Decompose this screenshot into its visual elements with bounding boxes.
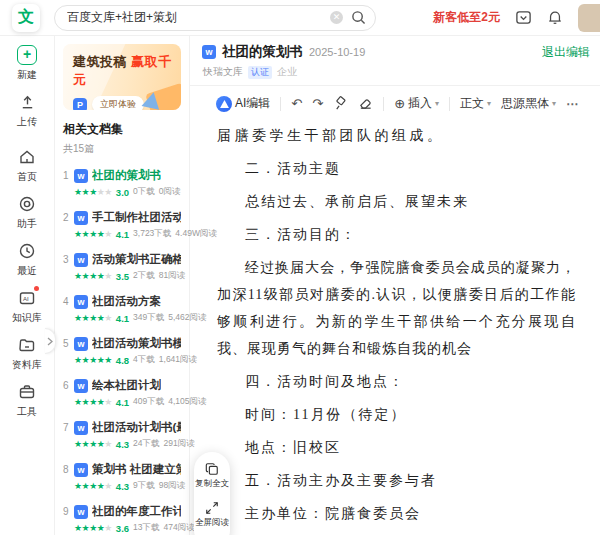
doc-list-item[interactable]: 2 w 手工制作社团活动计… ★★★★★ 4.1 3,723下载 4.49W阅读 [63, 210, 181, 240]
star-rating: ★★★★★ [74, 355, 112, 365]
folder-icon [18, 334, 36, 356]
sidebar-item-recent[interactable]: 最近 [0, 240, 54, 278]
knowledge-base-icon: AI [18, 287, 36, 309]
search-icon[interactable] [351, 10, 366, 25]
doc-file-icon: w [74, 253, 88, 267]
rating-value: 4.3 [116, 481, 129, 492]
doc-title[interactable]: 社团活动计划书(最… [92, 420, 181, 435]
sidebar-item-upload[interactable]: 上传 [0, 91, 54, 129]
doc-title[interactable]: 社团的策划书 [92, 168, 161, 183]
doc-list-item[interactable]: 1 w 社团的策划书 ★★★★★ 3.0 0下载 0阅读 [63, 168, 181, 198]
doc-title[interactable]: 社团活动策划书模板 [92, 336, 181, 351]
chevron-down-icon: ▾ [552, 99, 556, 108]
fullscreen-icon [205, 501, 219, 515]
doc-line: 届膳委学生干部团队的组成。 [217, 122, 576, 149]
doc-title[interactable]: 活动策划书正确格式 [92, 252, 181, 267]
reads: 98阅读 [159, 480, 185, 492]
doc-list-item[interactable]: 9 w 社团的年度工作计划… ★★★★★ 3.6 13下载 474阅读 [63, 504, 181, 534]
doc-list-item[interactable]: 7 w 社团活动计划书(最… ★★★★★ 4.3 24下载 291阅读 [63, 420, 181, 450]
exit-edit-button[interactable]: 退出编辑 [542, 44, 590, 61]
search-input[interactable] [67, 11, 330, 25]
sidebar-item-new[interactable]: + 新建 [0, 44, 54, 82]
fullscreen-read-button[interactable]: 全屏阅读 [195, 501, 229, 529]
clock-icon [18, 240, 36, 262]
copy-full-text-button[interactable]: 复制全文 [195, 462, 229, 490]
doc-list-item[interactable]: 3 w 活动策划书正确格式 ★★★★★ 3.5 2下载 81阅读 [63, 252, 181, 282]
top-bar: 文 ✕ 新客低至2元 [0, 0, 600, 36]
chevron-down-icon: ▾ [487, 99, 491, 108]
star-rating: ★★★★★ [74, 439, 112, 449]
document-title: 社团的策划书 [222, 43, 303, 61]
doc-list-item[interactable]: 4 w 社团活动方案 ★★★★★ 4.1 349下载 5,462阅读 [63, 294, 181, 324]
more-tools-button[interactable]: ⋯ [566, 97, 579, 111]
rating-value: 4.1 [116, 397, 129, 408]
downloads: 409下载 [133, 396, 164, 408]
font-dropdown[interactable]: 思源黑体 ▾ [501, 95, 556, 112]
svg-text:AI: AI [23, 296, 29, 302]
wenku-logo[interactable]: 文 [12, 4, 40, 32]
banner-cta-button[interactable]: 立即体验 [92, 96, 144, 110]
inbox-icon[interactable] [515, 9, 532, 26]
doc-title[interactable]: 绘本社团计划 [92, 378, 161, 393]
format-painter-icon[interactable] [333, 96, 348, 111]
doc-rank: 9 [63, 506, 70, 517]
paragraph-style-dropdown[interactable]: 正文 ▾ [460, 95, 491, 112]
undo-icon[interactable]: ↶ [291, 97, 302, 110]
related-docs-title: 相关文档集 [63, 121, 181, 138]
assistant-icon [18, 193, 36, 215]
floating-actions: 复制全文 全屏阅读 [194, 452, 230, 535]
doc-list-item[interactable]: 8 w 策划书 社团建立策… ★★★★★ 4.3 9下载 98阅读 [63, 462, 181, 492]
doc-rank: 5 [63, 338, 70, 349]
star-rating: ★★★★★ [74, 397, 112, 407]
sidebar-item-home[interactable]: 首页 [0, 146, 54, 184]
doc-heading: 二．活动主题 [217, 155, 576, 182]
briefcase-icon [18, 381, 36, 403]
clear-search-icon[interactable]: ✕ [330, 11, 343, 24]
rating-value: 3.0 [116, 187, 129, 198]
doc-list-item[interactable]: 6 w 绘本社团计划 ★★★★★ 4.1 409下载 4,105阅读 [63, 378, 181, 408]
doc-title[interactable]: 社团的年度工作计划… [92, 504, 181, 519]
promo-banner[interactable]: 建筑投稿 赢取千元 P 立即体验 [63, 44, 181, 110]
copy-icon [205, 462, 219, 476]
search-bar[interactable]: ✕ [54, 5, 376, 31]
star-rating: ★★★★★ [74, 313, 112, 323]
redo-icon[interactable]: ↷ [312, 97, 323, 110]
rating-value: 4.3 [116, 439, 129, 450]
doc-title[interactable]: 手工制作社团活动计… [92, 210, 181, 225]
banner-illustration-2 [142, 90, 163, 109]
rating-value: 4.1 [116, 229, 129, 240]
doc-file-icon: w [74, 421, 88, 435]
user-avatar[interactable] [578, 4, 600, 32]
rating-value: 3.5 [116, 271, 129, 282]
rating-value: 4.8 [116, 355, 129, 366]
downloads: 13下载 [133, 522, 159, 534]
org-type: 企业 [277, 65, 297, 79]
downloads: 9下载 [133, 480, 155, 492]
downloads: 3,723下载 [133, 228, 171, 240]
sidebar-item-tools[interactable]: 工具 [0, 381, 54, 419]
doc-rank: 4 [63, 296, 70, 307]
downloads: 349下载 [133, 312, 164, 324]
ai-edit-button[interactable]: AI编辑 [216, 95, 270, 112]
plus-icon: + [17, 45, 37, 65]
doc-rank: 6 [63, 380, 70, 391]
home-icon [18, 146, 36, 168]
paragraph-style-label: 正文 [460, 95, 484, 112]
doc-title[interactable]: 社团活动方案 [92, 294, 161, 309]
notifications-bell-icon[interactable] [547, 9, 563, 26]
doc-rank: 8 [63, 464, 70, 475]
reads: 0阅读 [159, 186, 181, 198]
promo-text[interactable]: 新客低至2元 [433, 9, 500, 26]
document-content[interactable]: 届膳委学生干部团队的组成。 二．活动主题 总结过去、承前启后、展望未来 三．活动… [190, 119, 600, 535]
eraser-icon[interactable] [358, 96, 373, 111]
insert-dropdown[interactable]: ⊕ 插入 ▾ [394, 95, 439, 112]
sidebar-item-knowledge-base[interactable]: AI 知识库 [0, 287, 54, 325]
doc-title[interactable]: 策划书 社团建立策… [92, 462, 181, 477]
doc-rank: 2 [63, 212, 70, 223]
sidebar-item-assistant[interactable]: 助手 [0, 193, 54, 231]
copy-label: 复制全文 [195, 478, 229, 490]
related-docs-panel: 建筑投稿 赢取千元 P 立即体验 相关文档集 共15篇 1 w 社团的策划书 ★… [55, 36, 190, 535]
rating-value: 3.6 [116, 523, 129, 534]
sidebar-label: 资料库 [12, 358, 42, 372]
doc-list-item[interactable]: 5 w 社团活动策划书模板 ★★★★★ 4.8 4下载 1,641阅读 [63, 336, 181, 366]
